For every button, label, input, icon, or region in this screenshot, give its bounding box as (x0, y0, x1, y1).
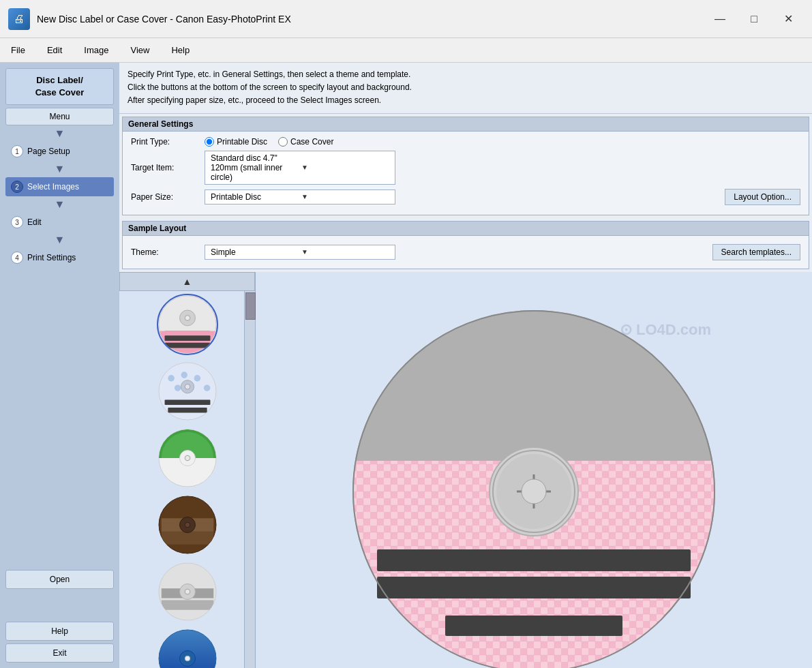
target-item-select[interactable]: Standard disc 4.7" 120mm (small inner ci… (205, 151, 395, 185)
svg-point-34 (185, 589, 190, 594)
menu-image[interactable]: Image (78, 42, 114, 58)
case-cover-radio[interactable] (278, 137, 288, 147)
theme-arrow: ▼ (301, 248, 389, 256)
target-item-arrow: ▼ (301, 164, 389, 171)
title-bar: 🖨 New Disc Label or Case Cover - Canon E… (0, 0, 812, 38)
step-page-setup[interactable]: 1 Page Setup (5, 142, 114, 161)
svg-point-38 (185, 656, 190, 661)
print-type-radio-group: Printable Disc Case Cover (205, 137, 333, 147)
menu-help[interactable]: Help (166, 42, 195, 58)
info-bar: Specify Print Type, etc. in General Sett… (119, 63, 812, 114)
svg-rect-32 (161, 600, 213, 609)
svg-point-13 (203, 384, 210, 391)
step-3-label: Edit (27, 217, 42, 227)
sidebar-bottom: Open Help Exit (5, 570, 114, 663)
menu-file[interactable]: File (5, 42, 31, 58)
svg-rect-15 (164, 399, 210, 405)
sample-layout-section: Sample Layout Theme: Simple ▼ Search tem… (122, 221, 809, 269)
step-4-circle: 4 (11, 252, 23, 264)
print-type-label: Print Type: (131, 137, 199, 147)
template-scrollbar[interactable] (244, 291, 255, 668)
svg-rect-54 (377, 577, 691, 598)
svg-point-18 (185, 384, 190, 389)
template-item-6[interactable] (157, 628, 218, 668)
exit-button[interactable]: Exit (5, 643, 114, 663)
step-select-images[interactable]: 2 Select Images (5, 177, 114, 196)
menu-edit[interactable]: Edit (42, 42, 67, 58)
paper-size-label: Paper Size: (131, 192, 199, 202)
search-templates-button[interactable]: Search templates... (712, 244, 800, 260)
svg-point-10 (168, 375, 175, 382)
menu-button[interactable]: Menu (5, 108, 114, 125)
svg-rect-5 (164, 342, 210, 348)
sidebar-title: Disc Label/Case Cover (5, 68, 114, 105)
sections-wrapper: General Settings Print Type: Printable D… (119, 114, 812, 668)
template-item-5[interactable] (157, 561, 218, 622)
menu-bar: File Edit Image View Help (0, 38, 812, 63)
theme-select[interactable]: Simple ▼ (205, 245, 395, 260)
general-settings-section: General Settings Print Type: Printable D… (122, 117, 809, 215)
scrollbar-thumb[interactable] (245, 292, 256, 320)
info-line-1: Specify Print Type, etc. in General Sett… (127, 68, 804, 81)
svg-point-28 (185, 522, 190, 528)
step-edit[interactable]: 3 Edit (5, 213, 114, 232)
app-icon: 🖨 (8, 8, 30, 30)
paper-size-row: Paper Size: Printable Disc ▼ Layout Opti… (131, 189, 800, 205)
window-controls: — □ ✕ (704, 8, 804, 30)
target-item-value: Standard disc 4.7" 120mm (small inner ci… (211, 153, 299, 182)
svg-rect-53 (377, 549, 691, 571)
layout-option-button[interactable]: Layout Option... (725, 189, 800, 205)
svg-point-11 (181, 371, 187, 378)
step-4-label: Print Settings (27, 253, 76, 262)
menu-view[interactable]: View (125, 42, 155, 58)
close-button[interactable]: ✕ (772, 8, 804, 30)
step-1-label: Page Setup (27, 147, 70, 156)
sidebar: Disc Label/Case Cover Menu ▼ 1 Page Setu… (0, 63, 119, 668)
target-item-label: Target Item: (131, 163, 199, 172)
step-3-circle: 3 (11, 216, 23, 228)
svg-point-14 (174, 384, 181, 391)
printable-disc-radio[interactable] (205, 137, 214, 147)
minimize-button[interactable]: — (704, 8, 736, 30)
svg-rect-2 (158, 331, 215, 353)
template-item-1[interactable] (157, 294, 218, 355)
maximize-button[interactable]: □ (738, 8, 770, 30)
arrow-down-4: ▼ (5, 234, 114, 245)
printable-disc-option[interactable]: Printable Disc (205, 137, 267, 147)
main-layout: Disc Label/Case Cover Menu ▼ 1 Page Setu… (0, 63, 812, 668)
print-type-row: Print Type: Printable Disc Case Cover (131, 137, 800, 147)
general-settings-content: Print Type: Printable Disc Case Cover (123, 132, 809, 215)
disc-preview-container: ⊙ LO4D.com (336, 301, 732, 668)
step-2-circle: 2 (11, 181, 23, 193)
case-cover-label: Case Cover (290, 137, 333, 147)
paper-size-select[interactable]: Printable Disc ▼ (205, 189, 395, 204)
theme-row: Theme: Simple ▼ Search templates... (131, 241, 800, 263)
sample-layout-header: Sample Layout (123, 222, 809, 236)
help-button[interactable]: Help (5, 622, 114, 641)
svg-rect-46 (353, 311, 715, 461)
scroll-up-button[interactable]: ▲ (119, 272, 255, 291)
info-line-3: After specifying paper size, etc., proce… (127, 94, 804, 107)
template-list: ▲ (119, 272, 256, 668)
template-item-3[interactable] (157, 427, 218, 489)
info-line-2: Click the buttons at the bottom of the s… (127, 81, 804, 94)
disc-preview-svg (343, 307, 725, 668)
open-button[interactable]: Open (5, 570, 114, 589)
svg-point-12 (194, 375, 200, 382)
template-item-4[interactable] (157, 494, 218, 556)
arrow-down-1: ▼ (5, 128, 114, 139)
svg-rect-16 (168, 407, 207, 412)
step-print-settings[interactable]: 4 Print Settings (5, 248, 114, 267)
svg-rect-4 (164, 335, 210, 341)
svg-rect-55 (445, 616, 622, 636)
paper-size-arrow: ▼ (301, 193, 389, 200)
template-item-2[interactable] (157, 361, 218, 422)
template-scroll-area (119, 291, 255, 668)
arrow-down-3: ▼ (5, 199, 114, 210)
theme-value: Simple (211, 247, 299, 257)
case-cover-option[interactable]: Case Cover (278, 137, 333, 147)
sample-layout-content: Theme: Simple ▼ Search templates... (123, 236, 809, 269)
step-2-label: Select Images (27, 182, 79, 192)
window-title: New Disc Label or Case Cover - Canon Eas… (37, 14, 704, 25)
svg-point-7 (185, 315, 190, 320)
